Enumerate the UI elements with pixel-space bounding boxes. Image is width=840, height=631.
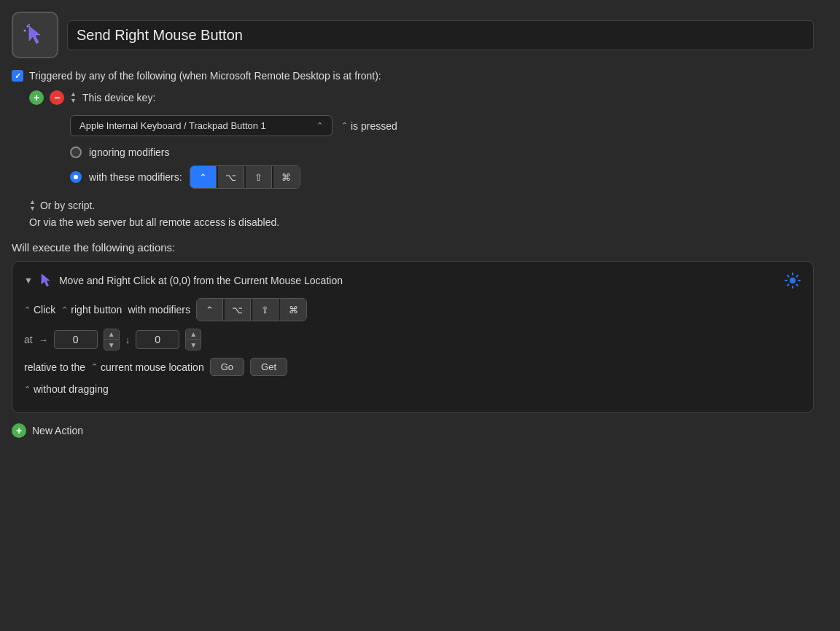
action-title-text: Move and Right Click at (0,0) from the C… [59,275,778,286]
action-mod-ctrl[interactable]: ⌃ [197,299,223,321]
svg-point-0 [27,26,29,28]
click-label: Click [34,304,55,316]
get-button[interactable]: Get [250,358,287,376]
trigger-label: Triggered by any of the following (when … [29,70,381,82]
main-container: Send Right Mouse Button Triggered by any… [12,12,814,438]
action-expand-icon[interactable]: ▼ [24,275,33,286]
x-input[interactable] [54,330,98,349]
y-input[interactable] [136,330,179,349]
action-modifier-keys: ⌃ ⌥ ⇧ ⌘ [196,298,307,321]
at-label: at [24,334,33,345]
radio-ignore-label: ignoring modifiers [89,146,170,158]
right-button-label: right button [71,304,122,316]
relative-to-label: relative to the [24,361,85,373]
x-stepper-down[interactable]: ▼ [104,340,119,350]
without-dragging-label: without dragging [34,383,109,395]
page-title: Send Right Mouse Button [67,20,814,50]
click-selector[interactable]: ⌃ Click [24,304,55,316]
action-mod-cmd[interactable]: ⌘ [280,299,306,321]
y-stepper[interactable]: ▲ ▼ [185,329,201,350]
device-key-label: This device key: [82,92,155,103]
click-row: ⌃ Click ⌃ right button with modifiers ⌃ … [24,298,801,321]
is-pressed-selector[interactable]: ⌃ is pressed [341,120,397,132]
go-button[interactable]: Go [210,358,244,376]
svg-point-4 [791,279,794,282]
radio-with-modifiers[interactable]: with these modifiers: ⌃ ⌥ ⇧ ⌘ [70,165,814,189]
relative-row: relative to the ⌃ current mouse location… [24,358,801,376]
y-stepper-down[interactable]: ▼ [186,340,201,350]
action-cursor-icon [39,273,53,288]
right-button-selector[interactable]: ⌃ right button [61,304,122,316]
action-header: ▼ Move and Right Click at (0,0) from the… [24,272,801,289]
at-row: at → ▲ ▼ ↓ ▲ ▼ [24,329,801,350]
arrow-down-icon: ↓ [125,334,131,345]
new-action-label: New Action [32,425,83,436]
device-key-stepper[interactable]: ▲ ▼ [70,91,77,104]
trigger-modifier-keys: ⌃ ⌥ ⇧ ⌘ [190,165,300,189]
new-action-row[interactable]: + New Action [12,423,814,438]
remove-trigger-button[interactable]: − [50,90,64,105]
radio-options: ignoring modifiers with these modifiers:… [70,146,814,189]
action-mod-shift[interactable]: ⇧ [252,299,279,321]
or-web-row: Or via the web server but all remote acc… [29,216,814,228]
radio-ignore-circle[interactable] [70,146,82,158]
header: Send Right Mouse Button [12,12,814,58]
app-icon [12,12,58,58]
without-dragging-selector[interactable]: ⌃ without dragging [24,383,109,395]
without-dragging-row: ⌃ without dragging [24,383,801,395]
or-web-label: Or via the web server but all remote acc… [29,216,279,228]
or-script-row: ▲ ▼ Or by script. [29,199,814,212]
action-card: ▼ Move and Right Click at (0,0) from the… [12,261,814,413]
new-action-button[interactable]: + [12,423,26,438]
svg-point-1 [24,30,26,32]
arrow-right-icon: → [39,334,48,345]
will-execute-label: Will execute the following actions: [12,241,814,254]
add-trigger-button[interactable]: + [29,90,44,105]
mod-key-cmd[interactable]: ⌘ [273,166,300,188]
svg-point-2 [28,24,30,26]
x-stepper[interactable]: ▲ ▼ [104,329,120,350]
x-stepper-up[interactable]: ▲ [104,329,119,340]
keyboard-row: Apple Internal Keyboard / Trackpad Butto… [70,115,814,136]
mod-key-shift[interactable]: ⇧ [246,166,272,188]
radio-ignore-modifiers[interactable]: ignoring modifiers [70,146,814,158]
trigger-row: Triggered by any of the following (when … [12,70,814,82]
trigger-checkbox[interactable] [12,70,23,82]
current-mouse-label: current mouse location [101,361,204,373]
or-script-label: Or by script. [40,200,95,211]
mod-key-ctrl[interactable]: ⌃ [190,166,217,188]
device-key-row: + − ▲ ▼ This device key: [29,90,814,105]
radio-with-label: with these modifiers: [89,171,182,183]
action-settings-icon[interactable] [784,272,801,289]
keyboard-selector[interactable]: Apple Internal Keyboard / Trackpad Butto… [70,115,332,136]
radio-with-circle[interactable] [70,171,82,183]
with-modifiers-label: with modifiers [128,304,190,316]
current-mouse-selector[interactable]: ⌃ current mouse location [91,361,204,373]
script-stepper[interactable]: ▲ ▼ [29,199,36,212]
mod-key-alt[interactable]: ⌥ [218,166,244,188]
action-mod-alt[interactable]: ⌥ [225,299,251,321]
y-stepper-up[interactable]: ▲ [186,329,201,340]
